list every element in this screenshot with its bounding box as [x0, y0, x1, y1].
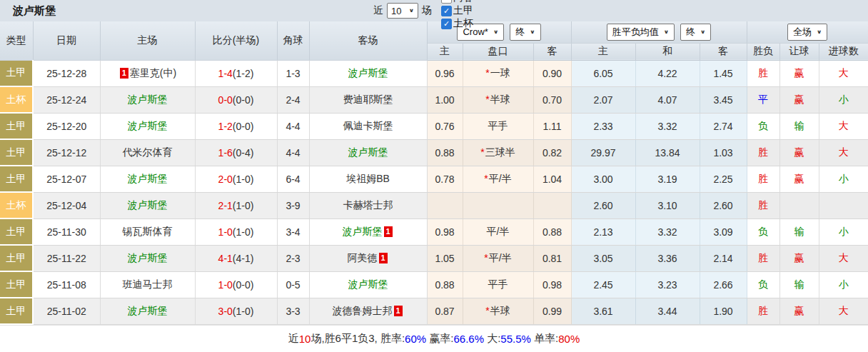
checkbox-icon[interactable]	[441, 0, 452, 4]
avg-draw: 3.32	[635, 218, 700, 245]
avg-away: 2.60	[700, 192, 747, 218]
odds-home: 0.78	[427, 166, 463, 192]
result-outcome: 平	[747, 86, 779, 113]
handicap-star-icon: *	[484, 173, 488, 184]
match-score: 1-4(1-2)	[195, 60, 277, 86]
full-time-score: 4-1	[218, 253, 233, 264]
avg-home: 29.97	[571, 139, 635, 166]
odds-away: 0.70	[533, 86, 571, 113]
away-team-name: 波卢斯堡	[343, 226, 383, 237]
home-team-name: 波卢斯堡	[128, 199, 168, 211]
sub-avg-away-header: 客	[700, 43, 747, 60]
avg-draw: 3.23	[635, 271, 700, 298]
odds-away: 0.90	[533, 60, 571, 86]
half-time-score: (1-0)	[233, 200, 254, 211]
match-type-badge: 土甲	[0, 245, 33, 271]
match-score: 3-0(1-0)	[195, 298, 277, 324]
corner-score: 4-4	[277, 113, 309, 139]
odds-line: *半球	[463, 298, 533, 324]
result-handicap: 赢	[779, 86, 819, 113]
checkbox-label: 土甲	[453, 4, 473, 17]
result-outcome: 胜	[747, 245, 779, 271]
half-time-score: (1-0)	[233, 306, 254, 317]
table-row: 土甲25-12-20波卢斯堡1-2(0-0)4-4佩迪卡斯堡0.76平手1.11…	[0, 113, 868, 139]
away-team-name: 阿美德	[348, 252, 378, 263]
odds-away: 0.88	[533, 218, 571, 245]
corner-score: 3-4	[277, 218, 309, 245]
away-team: 波卢斯堡	[309, 139, 427, 166]
odds-line: *半球	[463, 86, 533, 113]
match-type-badge: 土甲	[0, 139, 33, 166]
recent-count-select[interactable]: 10 ∨	[387, 3, 418, 19]
home-team-name: 波卢斯堡	[128, 94, 168, 105]
handicap-star-icon: *	[485, 94, 489, 105]
avg-draw: 4.07	[635, 86, 700, 113]
full-time-score: 1-2	[218, 121, 233, 132]
home-team-name: 锡瓦斯体育	[123, 226, 173, 237]
checkbox-league[interactable]: ✓土甲	[441, 4, 473, 17]
match-date: 25-12-07	[33, 166, 100, 192]
home-team: 波卢斯堡	[100, 166, 195, 192]
avg-home: 3.00	[571, 166, 635, 192]
sub-avg-draw-header: 和	[635, 43, 700, 60]
chevron-down-icon: ∨	[409, 8, 414, 14]
avg-draw: 4.22	[635, 60, 700, 86]
table-row: 土甲25-11-02波卢斯堡3-0(1-0)3-3波德鲁姆士邦10.87*半球0…	[0, 298, 868, 324]
sub-odds-away-header: 客	[533, 43, 571, 60]
home-team-name: 代米尔体育	[123, 146, 173, 158]
avg-home: 3.61	[571, 298, 635, 324]
match-type-badge: 土甲	[0, 298, 33, 324]
result-goals: 小	[819, 218, 868, 245]
match-type-badge: 土甲	[0, 271, 33, 298]
summary-part: 60%	[405, 333, 426, 345]
summary-part: 近	[288, 332, 299, 346]
result-outcome: 胜	[747, 166, 779, 192]
summary-part: 大:	[484, 332, 500, 346]
checkbox-icon[interactable]: ✓	[441, 6, 452, 16]
result-goals: 大	[819, 245, 868, 271]
home-team: 波卢斯堡	[100, 86, 195, 113]
handicap-line: 平/半	[487, 226, 510, 237]
checkbox-icon[interactable]: ✓	[441, 19, 452, 29]
home-team-name: 塞里克(中)	[130, 67, 176, 79]
odds-away: 1.11	[533, 113, 571, 139]
odds-line: *三球半	[463, 139, 533, 166]
table-row: 土甲25-12-07波卢斯堡2-0(1-0)6-4埃祖姆BB0.78*平/半1.…	[0, 166, 868, 192]
home-team-name: 波卢斯堡	[128, 173, 168, 184]
match-score: 1-2(0-0)	[195, 113, 277, 139]
corner-score: 4-4	[277, 139, 309, 166]
match-date: 25-11-22	[33, 245, 100, 271]
avg-away: 3.09	[700, 218, 747, 245]
summary-part: 场,胜6平1负3, 胜率:	[311, 332, 405, 346]
col-home-header: 主场	[100, 21, 195, 60]
match-type-badge: 土甲	[0, 113, 33, 139]
scope-select[interactable]: 全场 ∨	[787, 24, 827, 41]
checkbox-cup[interactable]: ✓土杯	[441, 17, 473, 30]
odds-home: 0.88	[427, 139, 463, 166]
matches-table: 类型 日期 主场 比分(半场) 角球 客场 Crow* ∨ 终 ∨	[0, 21, 868, 325]
match-date: 25-11-30	[33, 218, 100, 245]
handicap-line: 三球半	[485, 146, 515, 158]
red-card-badge: 1	[379, 253, 388, 263]
corner-score: 1-3	[277, 60, 309, 86]
avg-draw: 3.36	[635, 245, 700, 271]
avg-source-select[interactable]: 胜平负均值 ∨	[607, 24, 675, 41]
chevron-down-icon: ∨	[817, 29, 822, 35]
home-team-name: 班迪马士邦	[123, 278, 173, 290]
avg-draw: 3.44	[635, 298, 700, 324]
match-date: 25-11-02	[33, 298, 100, 324]
filter-controls: 近 10 ∨ 场 同客✓土甲✓土杯	[373, 0, 473, 21]
result-handicap: 赢	[779, 298, 819, 324]
result-goals: 小	[819, 166, 868, 192]
full-time-score: 2-0	[218, 174, 233, 185]
avg-away: 2.74	[700, 113, 747, 139]
avg-state-select[interactable]: 终 ∨	[680, 24, 711, 41]
near-label: 近	[373, 4, 383, 17]
result-goals: 大	[819, 60, 868, 86]
chevron-down-icon: ∨	[493, 29, 498, 35]
sub-odds-home-header: 主	[427, 43, 463, 60]
summary-part: 赢率:	[426, 332, 453, 346]
corner-score: 3-9	[277, 192, 309, 218]
odds-state-select[interactable]: 终 ∨	[510, 24, 540, 41]
full-time-score: 1-0	[218, 279, 233, 291]
